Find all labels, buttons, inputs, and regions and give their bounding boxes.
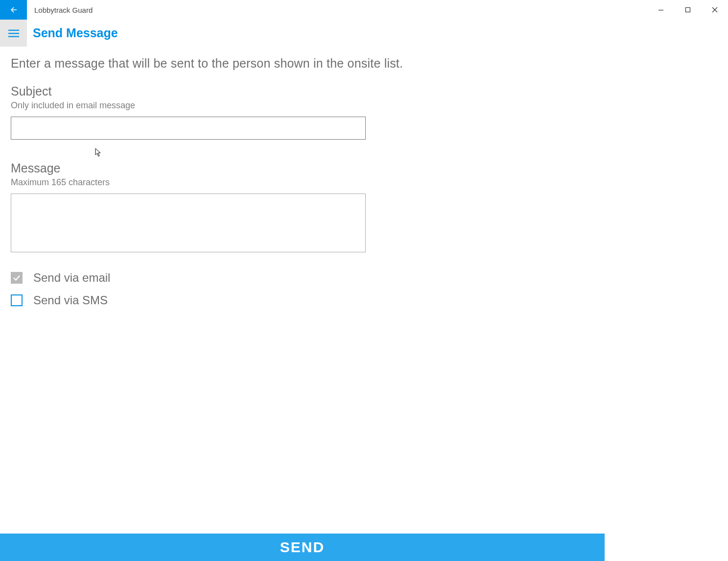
menu-button[interactable] [0,20,27,47]
svg-rect-5 [8,33,19,34]
svg-rect-1 [685,8,690,12]
sms-checkbox[interactable] [11,294,23,306]
sms-checkbox-label: Send via SMS [33,293,108,307]
window-controls [647,0,728,20]
window-title: Lobbytrack Guard [27,0,647,20]
svg-rect-0 [658,10,663,10]
svg-rect-4 [8,29,19,30]
subject-hint: Only included in email message [11,100,717,111]
maximize-icon [685,7,691,13]
message-label: Message [11,161,717,175]
checkmark-icon [12,273,21,282]
subject-label: Subject [11,84,717,98]
send-via-email-option[interactable]: Send via email [11,271,717,285]
svg-rect-6 [8,36,19,37]
content-area: Enter a message that will be sent to the… [0,47,728,307]
send-via-sms-option[interactable]: Send via SMS [11,293,717,307]
email-checkbox[interactable] [11,272,23,284]
titlebar: Lobbytrack Guard [0,0,728,20]
message-hint: Maximum 165 characters [11,177,717,188]
subject-input[interactable] [11,117,366,140]
send-button[interactable]: SEND [0,534,605,561]
page-title: Send Message [27,20,118,47]
minimize-icon [658,7,664,13]
message-input[interactable] [11,194,366,252]
hamburger-icon [8,29,19,38]
maximize-button[interactable] [674,0,701,20]
arrow-left-icon [9,5,18,14]
email-checkbox-label: Send via email [33,271,110,285]
minimize-button[interactable] [647,0,674,20]
back-button[interactable] [0,0,27,20]
close-button[interactable] [701,0,728,20]
close-icon [712,7,718,13]
instruction-text: Enter a message that will be sent to the… [11,56,717,71]
page-header: Send Message [0,20,728,47]
